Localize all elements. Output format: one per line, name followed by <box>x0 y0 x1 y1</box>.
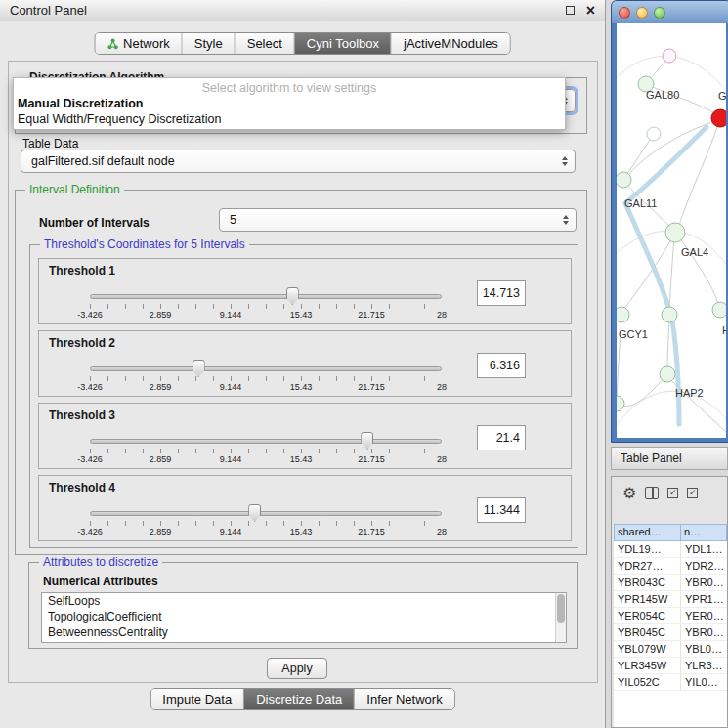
table-cell[interactable]: YBL079W <box>614 641 681 657</box>
threshold-1-slider[interactable]: -3.4262.8599.14415.4321.71528 <box>90 286 442 320</box>
gear-icon[interactable]: ⚙ <box>622 486 636 501</box>
threshold-4-value-field[interactable]: 11.344 <box>477 497 526 523</box>
table-panel-header[interactable]: Table Panel <box>611 447 728 470</box>
unselect-columns-icon[interactable]: ✓ <box>687 488 698 498</box>
network-window-titlebar[interactable] <box>612 1 728 23</box>
network-node[interactable] <box>617 307 629 322</box>
slider-thumb[interactable] <box>286 287 299 305</box>
list-scrollbar[interactable] <box>555 593 566 642</box>
table-cell[interactable]: YBR0… <box>681 624 727 640</box>
numerical-attributes-list[interactable]: SelfLoopsTopologicalCoefficientBetweenne… <box>41 592 567 643</box>
slider-thumb[interactable] <box>193 360 205 377</box>
tab-select[interactable]: Select <box>236 33 295 54</box>
threshold-2-value-field[interactable]: 6.316 <box>477 353 526 378</box>
tab-network[interactable]: Network <box>95 33 183 54</box>
zoom-traffic-light[interactable] <box>654 7 665 19</box>
table-cell[interactable]: YBL0… <box>681 641 727 657</box>
table-row[interactable]: YDL19…YDL1… <box>614 541 727 558</box>
network-node-selected[interactable] <box>711 109 726 127</box>
table-row[interactable]: YBL079WYBL0… <box>614 641 727 658</box>
network-node[interactable] <box>660 366 675 382</box>
apply-button[interactable]: Apply <box>267 658 327 679</box>
table-row[interactable]: YBR043CYBR0… <box>614 575 727 591</box>
tab-jactivemnodules[interactable]: jActiveMNodules <box>392 33 510 54</box>
tab-cyni-toolbox[interactable]: Cyni Toolbox <box>295 33 392 54</box>
table-cell[interactable]: YDR27… <box>614 558 681 574</box>
table-row[interactable]: YIL052CYIL0… <box>614 674 727 691</box>
threshold-1-value-field[interactable]: 14.713 <box>477 280 526 306</box>
threshold-3-slider[interactable]: -3.4262.8599.14415.4321.71528 <box>90 431 442 464</box>
table-cell[interactable]: YBR0… <box>681 575 727 590</box>
tab-discretize-data[interactable]: Discretize Data <box>244 689 355 709</box>
table-cell[interactable]: YIL0… <box>681 674 727 690</box>
slider-track[interactable] <box>90 511 442 516</box>
node-label: GAL4 <box>681 246 708 258</box>
network-node[interactable] <box>647 127 661 141</box>
network-node[interactable] <box>663 49 676 63</box>
tab-impute-data[interactable]: Impute Data <box>150 689 244 709</box>
tab-label: Discretize Data <box>256 692 342 707</box>
threshold-3-value-field[interactable]: 21.4 <box>477 425 526 450</box>
columns-icon[interactable] <box>645 487 659 499</box>
tick-label: -3.426 <box>77 382 103 392</box>
threshold-2-slider[interactable]: -3.4262.8599.14415.4321.71528 <box>90 359 442 392</box>
close-traffic-light[interactable] <box>619 7 630 19</box>
tab-infer-network[interactable]: Infer Network <box>355 689 453 709</box>
table-data-combobox[interactable]: galFiltered.sif default node <box>21 150 576 173</box>
network-labels: GAL80GAGAL11GAL4GCY1HHAP2 <box>619 89 726 399</box>
network-node[interactable] <box>617 172 631 188</box>
table-cell[interactable]: YDL1… <box>681 541 727 557</box>
table-cell[interactable]: YBR045C <box>614 624 681 640</box>
table-row[interactable]: YPR145WYPR1… <box>614 591 727 608</box>
close-icon[interactable]: × <box>586 4 595 18</box>
network-node[interactable] <box>617 396 624 411</box>
slider-track[interactable] <box>90 294 442 299</box>
tick-label: 2.859 <box>150 382 172 392</box>
dropdown-placeholder[interactable]: Select algorithm to view settings <box>14 80 565 96</box>
tick-label: 28 <box>437 382 447 392</box>
cyni-bottom-tabs: Impute Data Discretize Data Infer Networ… <box>150 688 454 710</box>
slider-track[interactable] <box>90 366 442 371</box>
table-cell[interactable]: YLR345W <box>614 658 681 673</box>
table-cell[interactable]: YLR3… <box>681 658 727 673</box>
table-cell[interactable]: YER054C <box>614 608 681 623</box>
list-item[interactable]: SelfLoops <box>42 593 566 609</box>
network-canvas[interactable]: GAL80GAGAL11GAL4GCY1HHAP2 <box>617 23 726 438</box>
scrollbar-thumb[interactable] <box>557 594 565 623</box>
network-node[interactable] <box>665 223 685 242</box>
table-cell[interactable]: YPR145W <box>614 591 681 607</box>
network-node[interactable] <box>712 302 726 318</box>
threshold-4-slider[interactable]: -3.4262.8599.14415.4321.71528 <box>90 503 442 536</box>
column-header-name[interactable]: n… <box>681 524 727 541</box>
tab-style[interactable]: Style <box>183 33 236 54</box>
node-label: GAL11 <box>624 197 657 209</box>
tick-label: 28 <box>437 454 447 464</box>
control-panel-titlebar[interactable]: Control Panel × <box>0 0 605 21</box>
table-row[interactable]: YBR045CYBR0… <box>614 624 727 641</box>
dropdown-option-equal-width[interactable]: Equal Width/Frequency Discretization <box>14 111 565 127</box>
table-cell[interactable]: YPR1… <box>681 591 727 607</box>
slider-thumb[interactable] <box>248 504 261 522</box>
table-cell[interactable]: YER0… <box>681 608 727 623</box>
slider-thumb[interactable] <box>361 432 373 450</box>
select-all-columns-icon[interactable]: ✓ <box>667 488 678 498</box>
group-title: Attributes to discretize <box>39 555 162 569</box>
number-of-intervals-combobox[interactable]: 5 <box>219 208 577 232</box>
table-row[interactable]: YDR27…YDR2… <box>614 558 727 575</box>
table-panel-title: Table Panel <box>621 451 682 465</box>
table-cell[interactable]: YDR2… <box>681 558 727 574</box>
table-cell[interactable]: YBR043C <box>614 575 681 590</box>
table-cell[interactable]: YIL052C <box>614 674 681 690</box>
network-node[interactable] <box>662 307 677 322</box>
table-cell[interactable]: YDL19… <box>614 541 681 557</box>
table-row[interactable]: YER054CYER0… <box>614 608 727 624</box>
column-header-shared-name[interactable]: shared… <box>614 524 681 541</box>
slider-track[interactable] <box>90 439 442 444</box>
list-item[interactable]: TopologicalCoefficient <box>42 609 566 624</box>
list-item[interactable]: BetweennessCentrality <box>42 624 566 640</box>
minimize-traffic-light[interactable] <box>636 7 648 19</box>
node-table: shared… n… YDL19…YDL1…YDR27…YDR2…YBR043C… <box>614 524 727 727</box>
table-row[interactable]: YLR345WYLR3… <box>614 658 727 674</box>
dropdown-option-manual-discretization[interactable]: Manual Discretization <box>14 96 565 111</box>
float-window-icon[interactable] <box>566 6 575 15</box>
